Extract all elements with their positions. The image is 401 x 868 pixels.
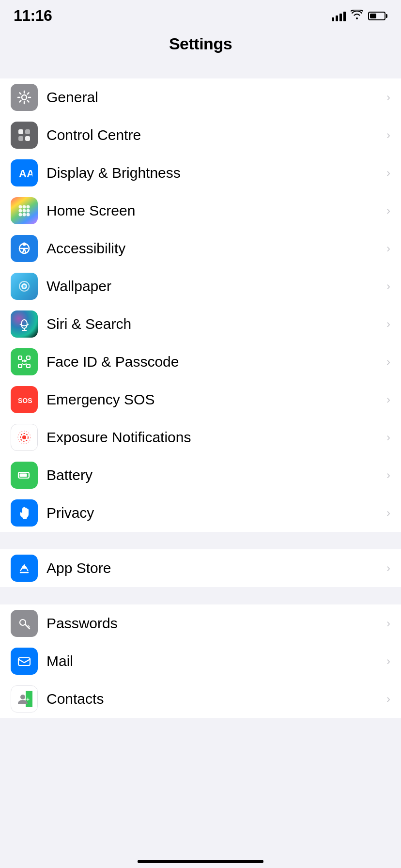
app-store-chevron: › [386, 561, 390, 575]
settings-item-accessibility[interactable]: Accessibility › [0, 230, 401, 267]
mail-icon [11, 648, 38, 675]
settings-item-contacts[interactable]: + Contacts › [0, 680, 401, 718]
svg-line-6 [28, 101, 29, 102]
svg-text:AA: AA [19, 168, 32, 180]
passwords-label: Passwords [46, 615, 386, 632]
display-icon: AA [11, 159, 38, 186]
svg-point-29 [23, 285, 26, 288]
svg-line-8 [20, 101, 21, 102]
contacts-label: Contacts [46, 691, 386, 707]
settings-section-apps: Passwords › Mail › + Contacts › [0, 604, 401, 718]
exposure-label: Exposure Notifications [46, 429, 386, 446]
siri-label: Siri & Search [46, 316, 386, 332]
settings-item-wallpaper[interactable]: Wallpaper › [0, 267, 401, 305]
svg-rect-11 [18, 136, 23, 141]
battery-status-icon [368, 12, 387, 20]
face-id-icon [11, 348, 38, 375]
svg-point-31 [21, 320, 27, 328]
page-title: Settings [169, 34, 232, 53]
section-gap-2 [0, 532, 401, 549]
app-store-label: App Store [46, 560, 386, 576]
svg-line-7 [28, 93, 29, 94]
settings-item-display[interactable]: AA Display & Brightness › [0, 154, 401, 192]
settings-item-siri[interactable]: Siri & Search › [0, 305, 401, 343]
settings-item-passwords[interactable]: Passwords › [0, 604, 401, 642]
battery-label: Battery [46, 467, 386, 483]
section-gap-1 [0, 61, 401, 78]
svg-rect-12 [25, 136, 30, 141]
accessibility-chevron: › [386, 242, 390, 255]
svg-text:SOS: SOS [18, 397, 32, 404]
face-id-chevron: › [386, 355, 390, 369]
svg-rect-10 [25, 129, 30, 134]
svg-rect-46 [20, 474, 27, 477]
settings-item-emergency-sos[interactable]: SOS Emergency SOS › [0, 381, 401, 418]
svg-point-39 [25, 360, 27, 362]
home-screen-icon [11, 197, 38, 224]
passwords-icon [11, 610, 38, 637]
settings-item-privacy[interactable]: Privacy › [0, 494, 401, 532]
svg-rect-53 [18, 658, 30, 666]
battery-chevron: › [386, 468, 390, 482]
settings-item-control-centre[interactable]: Control Centre › [0, 116, 401, 154]
settings-section-system: General › Control Centre › AA Display & … [0, 78, 401, 532]
accessibility-icon [11, 235, 38, 262]
display-label: Display & Brightness [46, 165, 386, 181]
signal-icon [332, 11, 346, 21]
settings-item-exposure[interactable]: Exposure Notifications › [0, 418, 401, 456]
emergency-sos-label: Emergency SOS [46, 391, 386, 408]
svg-rect-35 [27, 356, 30, 359]
page-title-area: Settings [0, 29, 401, 61]
app-store-icon [11, 555, 38, 582]
status-bar: 11:16 [0, 0, 401, 29]
settings-item-mail[interactable]: Mail › [0, 642, 401, 680]
emergency-sos-chevron: › [386, 393, 390, 406]
settings-item-general[interactable]: General › [0, 78, 401, 116]
display-chevron: › [386, 166, 390, 180]
status-time: 11:16 [14, 7, 52, 25]
settings-section-store: App Store › [0, 549, 401, 587]
home-screen-chevron: › [386, 204, 390, 217]
svg-line-5 [20, 93, 21, 94]
siri-chevron: › [386, 317, 390, 331]
settings-item-face-id[interactable]: Face ID & Passcode › [0, 343, 401, 381]
mail-chevron: › [386, 654, 390, 668]
svg-point-19 [27, 209, 30, 213]
exposure-chevron: › [386, 431, 390, 444]
settings-item-home-screen[interactable]: Home Screen › [0, 192, 401, 230]
general-chevron: › [386, 91, 390, 104]
svg-rect-36 [18, 364, 22, 368]
svg-point-42 [22, 435, 26, 439]
contacts-chevron: › [386, 692, 390, 706]
home-screen-label: Home Screen [46, 202, 386, 219]
face-id-label: Face ID & Passcode [46, 354, 386, 370]
privacy-label: Privacy [46, 505, 386, 521]
wallpaper-chevron: › [386, 279, 390, 293]
wallpaper-label: Wallpaper [46, 278, 386, 294]
siri-icon [11, 310, 38, 338]
general-label: General [46, 89, 386, 106]
svg-rect-34 [18, 356, 22, 359]
svg-text:+: + [26, 696, 30, 703]
emergency-sos-icon: SOS [11, 386, 38, 413]
svg-rect-9 [18, 129, 23, 134]
battery-icon [11, 462, 38, 489]
svg-point-0 [22, 95, 27, 100]
svg-point-56 [20, 695, 25, 699]
svg-point-18 [23, 209, 26, 213]
settings-item-battery[interactable]: Battery › [0, 456, 401, 494]
svg-rect-37 [27, 364, 30, 368]
passwords-chevron: › [386, 617, 390, 630]
home-indicator [138, 860, 263, 863]
svg-point-20 [19, 213, 22, 217]
privacy-chevron: › [386, 506, 390, 520]
general-icon [11, 84, 38, 111]
svg-point-21 [23, 213, 26, 217]
svg-point-14 [19, 205, 22, 209]
section-gap-3 [0, 587, 401, 604]
svg-point-22 [27, 213, 30, 217]
contacts-icon: + [11, 685, 38, 713]
svg-point-17 [19, 209, 22, 213]
control-centre-icon [11, 122, 38, 149]
settings-item-app-store[interactable]: App Store › [0, 549, 401, 587]
